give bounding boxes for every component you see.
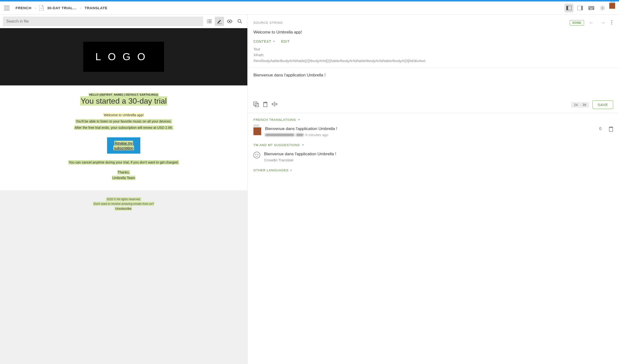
pencil-icon[interactable] <box>215 17 224 26</box>
text-cursor-icon[interactable] <box>272 102 277 108</box>
logo: LOGO <box>83 42 164 72</box>
cta-button[interactable]: Review my subscription <box>107 137 140 154</box>
translation-item[interactable]: Bienvenue dans l'application Umbrella ! … <box>253 125 613 138</box>
svg-point-28 <box>255 154 256 155</box>
search-toolbar <box>0 14 247 28</box>
svg-rect-26 <box>264 103 267 107</box>
done-badge[interactable]: DONE <box>570 20 584 26</box>
mt-suggestion-item[interactable]: Bienvenue dans l'application Umbrella ! … <box>253 150 613 164</box>
svg-point-19 <box>229 21 230 22</box>
svg-rect-4 <box>581 6 583 10</box>
user-avatar-small <box>253 127 261 135</box>
prev-arrow-icon[interactable]: ← <box>587 19 596 27</box>
zoom-icon[interactable] <box>235 17 244 26</box>
unsubscribe-question[interactable]: Don't want to receive amazing emails fro… <box>93 202 154 206</box>
clear-icon[interactable] <box>263 102 267 108</box>
next-arrow-icon[interactable]: → <box>599 19 607 27</box>
breadcrumb-file[interactable]: 30-DAY TRIAL… <box>47 6 77 10</box>
thanks-text[interactable]: Thanks, <box>117 170 130 174</box>
svg-point-12 <box>207 20 208 20</box>
user-avatar[interactable] <box>609 7 615 9</box>
file-icon: </> <box>39 5 44 11</box>
right-panel: SOURCE STRING DONE ← → Welcome to Umbrel… <box>248 14 619 364</box>
chevron-right-icon: › <box>35 6 36 10</box>
translation-input[interactable]: Bienvenue dans l'application Umbrella ! <box>253 72 613 98</box>
svg-point-14 <box>207 21 208 22</box>
layout-left-icon[interactable] <box>565 4 573 12</box>
chevron-down-icon <box>298 119 300 121</box>
translation-meta: 8 minutes ago <box>265 133 592 137</box>
menu-icon[interactable] <box>4 6 10 10</box>
unsubscribe-link[interactable]: Unsubscribe <box>114 207 132 211</box>
header-actions <box>565 4 615 12</box>
svg-rect-17 <box>208 23 212 23</box>
translation-text: Bienvenue dans l'application Umbrella ! <box>265 126 592 131</box>
svg-text:</>: </> <box>41 8 43 9</box>
french-translations-toggle[interactable]: FRENCH TRANSLATIONS <box>253 118 613 122</box>
svg-rect-13 <box>208 20 212 20</box>
svg-rect-5 <box>588 6 594 10</box>
svg-rect-2 <box>566 6 568 10</box>
editor-toolbar: 24 · 39 SAVE <box>253 100 613 109</box>
keyboard-icon[interactable] <box>587 4 596 12</box>
trash-icon[interactable] <box>609 126 613 133</box>
svg-point-22 <box>611 22 612 23</box>
welcome-text[interactable]: Welcome to Umbrella app! <box>103 113 144 117</box>
context-info: Text XPath: /html/body/table/tbody/tr/td… <box>253 46 613 64</box>
search-input[interactable] <box>3 16 203 26</box>
other-languages-toggle[interactable]: OTHER LANGUAGES <box>253 168 613 172</box>
svg-point-11 <box>602 7 603 9</box>
svg-point-20 <box>238 19 241 22</box>
breadcrumb-mode[interactable]: TRANSLATE <box>84 6 107 10</box>
title-text[interactable]: You started a 30-day trial <box>80 96 167 106</box>
breadcrumb: FRENCH › </> 30-DAY TRIAL… › TRANSLATE <box>15 5 565 11</box>
chevron-down-icon <box>273 41 275 42</box>
layout-right-icon[interactable] <box>576 4 585 12</box>
email-preview[interactable]: LOGO HELLO {{${FIRST_NAME} | DEFAULT: EA… <box>0 28 247 364</box>
svg-rect-7 <box>590 7 591 8</box>
left-panel: LOGO HELLO {{${FIRST_NAME} | DEFAULT: EA… <box>0 14 248 364</box>
svg-rect-9 <box>593 7 593 8</box>
svg-rect-18 <box>217 24 222 24</box>
mt-text: Bienvenue dans l'application Umbrella ! <box>264 152 613 156</box>
chevron-right-icon: › <box>80 6 81 10</box>
svg-rect-10 <box>590 9 593 9</box>
greeting-text[interactable]: HELLO {{${FIRST_NAME} | DEFAULT: EARTHLI… <box>89 93 158 96</box>
save-button[interactable]: SAVE <box>592 100 613 109</box>
source-label: SOURCE STRING <box>253 21 283 25</box>
breadcrumb-language[interactable]: FRENCH <box>15 6 31 10</box>
mt-engine-icon <box>253 152 260 158</box>
eye-icon[interactable] <box>225 17 234 26</box>
divider <box>248 113 619 113</box>
context-toggle[interactable]: CONTEXT <box>253 40 275 43</box>
header: FRENCH › </> 30-DAY TRIAL… › TRANSLATE <box>0 1 619 14</box>
team-text[interactable]: Umbrella Team <box>112 176 136 180</box>
svg-rect-6 <box>589 7 590 8</box>
svg-point-16 <box>207 23 208 23</box>
char-count: 24 · 39 <box>571 102 589 108</box>
email-body: HELLO {{${FIRST_NAME} | DEFAULT: EARTHLI… <box>0 85 247 190</box>
copy-source-icon[interactable] <box>253 102 259 108</box>
source-string-text: Welcome to Umbrella app! <box>253 30 613 35</box>
source-header: SOURCE STRING DONE ← → <box>253 19 613 27</box>
cancel-note[interactable]: You can cancel anytime during your trial… <box>68 160 179 165</box>
edit-link[interactable]: EDIT <box>281 40 290 43</box>
list-icon[interactable] <box>205 17 214 26</box>
chevron-right-icon <box>291 169 292 172</box>
svg-rect-15 <box>208 21 212 22</box>
gear-icon[interactable] <box>598 4 607 12</box>
body-line-2[interactable]: You'll be able to listen to your favorit… <box>75 119 172 124</box>
svg-rect-27 <box>609 128 613 131</box>
chevron-down-icon <box>302 144 304 146</box>
svg-point-23 <box>611 24 612 25</box>
tm-suggestions-toggle[interactable]: TM AND MT SUGGESTIONS <box>253 143 613 147</box>
svg-point-29 <box>257 154 258 155</box>
svg-rect-8 <box>591 7 592 8</box>
vote-count[interactable]: 0 <box>596 126 605 131</box>
mt-source: Crowdin Translate <box>264 158 613 162</box>
more-vert-icon[interactable] <box>610 19 613 27</box>
main-content: LOGO HELLO {{${FIRST_NAME} | DEFAULT: EA… <box>0 14 619 364</box>
email-footer: 2020 © All rights reserved. Don't want t… <box>0 190 247 214</box>
body-line-3[interactable]: After the free trial ends, your subscrip… <box>74 126 173 130</box>
copyright-text[interactable]: 2020 © All rights reserved. <box>106 197 141 201</box>
